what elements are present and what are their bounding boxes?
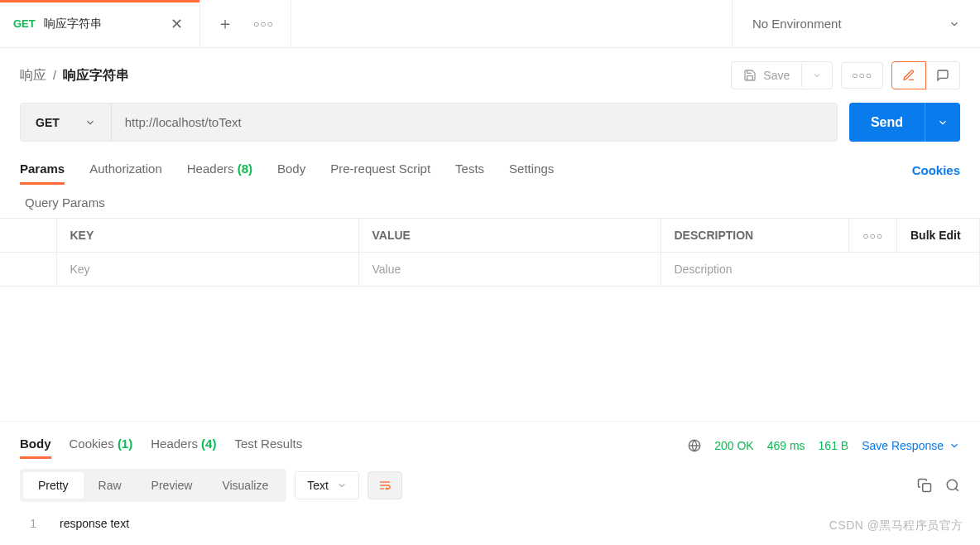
- view-raw[interactable]: Raw: [84, 472, 137, 499]
- breadcrumb-current: 响应字符串: [63, 67, 129, 84]
- tab-settings[interactable]: Settings: [509, 157, 554, 184]
- breadcrumb-actions: Save ○○○: [731, 61, 960, 89]
- params-table: KEY VALUE DESCRIPTION ○○○ Bulk Edit Key …: [0, 218, 980, 287]
- save-response-button[interactable]: Save Response: [862, 439, 960, 452]
- resp-tab-cookies[interactable]: Cookies (1): [70, 432, 133, 459]
- response-toolbar: Pretty Raw Preview Visualize Text: [0, 459, 980, 512]
- th-value: VALUE: [358, 219, 661, 253]
- resp-tab-tests[interactable]: Test Results: [234, 432, 302, 459]
- resp-tab-body[interactable]: Body: [20, 432, 51, 459]
- request-tabs: Params Authorization Headers (8) Body Pr…: [0, 157, 980, 184]
- tab-tests[interactable]: Tests: [455, 157, 484, 184]
- save-label: Save: [763, 69, 790, 82]
- response-text: response text: [60, 517, 129, 530]
- breadcrumb: 响应 / 响应字符串 Save ○○○: [0, 48, 980, 103]
- status-time: 469 ms: [767, 439, 805, 452]
- th-description: DESCRIPTION: [661, 219, 849, 253]
- tab-method-label: GET: [13, 17, 36, 30]
- url-row: GET Send: [0, 103, 980, 157]
- tab-headers[interactable]: Headers (8): [187, 157, 252, 184]
- chevron-down-icon: [949, 18, 960, 30]
- save-disk-icon: [743, 69, 757, 82]
- cookies-link[interactable]: Cookies: [912, 163, 960, 177]
- tab-extras: ＋ ○○○: [200, 0, 291, 47]
- view-pretty[interactable]: Pretty: [23, 472, 84, 499]
- tab-title: 响应字符串: [44, 17, 159, 31]
- close-icon[interactable]: ✕: [167, 12, 186, 36]
- resp-tab-headers[interactable]: Headers (4): [151, 432, 216, 459]
- status-code: 200 OK: [714, 439, 753, 452]
- view-mode-tabs: Pretty Raw Preview Visualize: [20, 469, 286, 502]
- url-input[interactable]: [112, 104, 837, 141]
- wrap-lines-icon[interactable]: [368, 471, 402, 499]
- line-number: 1: [20, 517, 36, 530]
- breadcrumb-parent[interactable]: 响应: [20, 67, 46, 84]
- view-visualize[interactable]: Visualize: [207, 472, 283, 499]
- value-cell[interactable]: Value: [358, 253, 661, 287]
- env-label: No Environment: [752, 17, 842, 31]
- tab-prerequest[interactable]: Pre-request Script: [330, 157, 430, 184]
- method-label: GET: [36, 116, 60, 129]
- status-size: 161 B: [819, 439, 849, 452]
- response-toolbar-right: [917, 478, 960, 493]
- breadcrumb-sep: /: [53, 69, 56, 82]
- description-cell[interactable]: Description: [661, 253, 980, 287]
- table-header-row: KEY VALUE DESCRIPTION ○○○ Bulk Edit: [0, 219, 980, 253]
- top-bar: GET 响应字符串 ✕ ＋ ○○○ No Environment: [0, 0, 980, 48]
- save-dropdown[interactable]: [801, 64, 832, 87]
- method-url-group: GET: [20, 103, 838, 142]
- response-status: 200 OK 469 ms 161 B Save Response: [688, 439, 960, 452]
- svg-line-6: [955, 488, 958, 490]
- globe-icon[interactable]: [688, 439, 701, 452]
- tab-authorization[interactable]: Authorization: [89, 157, 162, 184]
- th-key: KEY: [56, 219, 358, 253]
- tab-params[interactable]: Params: [20, 157, 65, 184]
- view-preview[interactable]: Preview: [137, 472, 208, 499]
- method-select[interactable]: GET: [21, 104, 112, 141]
- send-button[interactable]: Send: [849, 103, 960, 142]
- chevron-down-icon: [84, 117, 96, 128]
- environment-select[interactable]: No Environment: [732, 0, 980, 47]
- comment-icon[interactable]: [926, 61, 960, 89]
- send-dropdown[interactable]: [925, 103, 960, 142]
- table-row[interactable]: Key Value Description: [0, 253, 980, 287]
- request-tab[interactable]: GET 响应字符串 ✕: [0, 0, 200, 47]
- more-actions-button[interactable]: ○○○: [841, 62, 883, 89]
- svg-point-5: [947, 480, 957, 490]
- plus-icon[interactable]: ＋: [217, 12, 233, 35]
- more-tabs-icon[interactable]: ○○○: [253, 18, 274, 30]
- watermark: CSDN @黑马程序员官方: [829, 518, 963, 533]
- tab-body[interactable]: Body: [277, 157, 305, 184]
- format-select[interactable]: Text: [295, 471, 359, 499]
- bulk-edit-button[interactable]: Bulk Edit: [897, 219, 980, 253]
- svg-rect-4: [923, 484, 931, 492]
- key-cell[interactable]: Key: [56, 253, 358, 287]
- search-icon[interactable]: [945, 478, 960, 493]
- th-options[interactable]: ○○○: [849, 219, 897, 253]
- save-button[interactable]: Save: [731, 61, 833, 89]
- send-label: Send: [849, 103, 925, 142]
- query-params-title: Query Params: [0, 184, 980, 218]
- edit-icon[interactable]: [891, 61, 926, 89]
- response-tabs: Body Cookies (1) Headers (4) Test Result…: [0, 425, 980, 459]
- copy-icon[interactable]: [917, 478, 932, 493]
